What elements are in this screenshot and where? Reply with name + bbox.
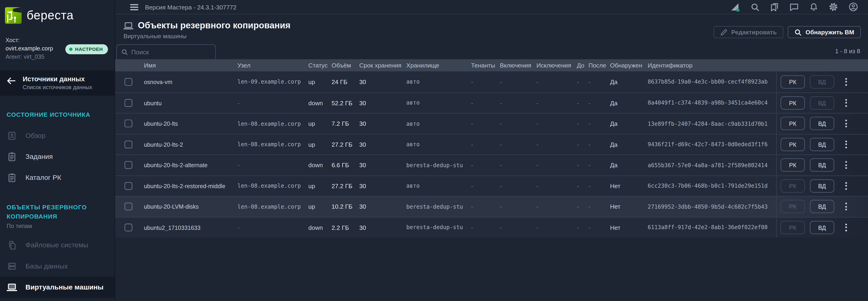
rk-button[interactable]: РК: [780, 117, 805, 130]
kebab-menu-icon[interactable]: [844, 118, 849, 129]
cell-after: -: [588, 224, 610, 231]
search-icon[interactable]: [750, 3, 759, 11]
cell-after: -: [588, 79, 610, 85]
cell-tenants: -: [471, 203, 500, 210]
sidebar-back-header[interactable]: Источники данных Список источников данны…: [0, 70, 115, 96]
bell-icon[interactable]: [809, 3, 818, 11]
rk-button[interactable]: РК: [780, 158, 805, 172]
table-row: ubuntu2_1710331633-down2.2 ГБ30beresta-d…: [115, 217, 868, 237]
cell-storage: beresta-dedup-stu: [406, 162, 471, 168]
cell-storage: beresta-dedup-stu: [406, 204, 471, 210]
checkbox-cell: [125, 99, 144, 107]
sidebar-item-каталог-рк[interactable]: Каталог РК: [0, 168, 115, 188]
rk-button[interactable]: РК: [780, 75, 805, 88]
cell-volume: 7.2 ГБ: [332, 120, 359, 127]
cell-identifier: 9436f21f-d69c-42c7-8473-0d0eded3f1f6: [648, 142, 776, 147]
brand: береста: [0, 0, 115, 24]
actions-cell: РКВД: [776, 93, 868, 113]
chat-icon[interactable]: [789, 3, 799, 11]
actions-cell: РКВД: [776, 134, 868, 154]
signal-triangle-icon[interactable]: [731, 3, 740, 11]
id-card-icon: [7, 131, 17, 141]
pagination-label: 1 - 8 из 8: [835, 48, 860, 54]
cell-before: -: [577, 120, 588, 127]
vd-button[interactable]: ВД: [810, 221, 834, 234]
cell-tenants: -: [471, 162, 500, 168]
clipboard-icon: [7, 152, 17, 162]
cell-status: down: [308, 224, 332, 231]
rk-button[interactable]: РК: [780, 96, 805, 110]
kebab-menu-icon[interactable]: [844, 139, 849, 150]
kebab-menu-icon[interactable]: [844, 180, 849, 191]
column-header-статус: Статус: [308, 62, 332, 69]
row-checkbox[interactable]: [125, 120, 132, 128]
rk-button[interactable]: РК: [780, 138, 805, 151]
search-input[interactable]: [131, 49, 211, 56]
cell-retention: 30: [359, 120, 406, 127]
row-checkbox[interactable]: [125, 161, 132, 169]
cell-retention: 30: [359, 162, 406, 168]
column-header-имя: Имя: [144, 62, 238, 69]
cell-discovered: Нет: [610, 224, 648, 231]
vd-button[interactable]: ВД: [810, 158, 834, 172]
sidebar-item-задания[interactable]: Задания: [0, 147, 115, 168]
cell-before: -: [577, 203, 588, 210]
search-box[interactable]: [116, 44, 216, 59]
cell-inclusions: -: [500, 141, 536, 148]
cell-inclusions: -: [500, 162, 536, 168]
topbar-icons: [731, 2, 858, 12]
cell-inclusions: -: [500, 183, 536, 189]
vd-button[interactable]: ВД: [810, 117, 834, 130]
cell-exclusions: -: [536, 120, 577, 127]
main-area: Версия Мастера - 24.3.1-307772: [115, 0, 868, 301]
kebab-menu-icon[interactable]: [844, 76, 849, 87]
cell-identifier: 27169952-3dbb-4850-9b5d-4c682c7f5b43: [648, 204, 776, 210]
row-checkbox[interactable]: [125, 99, 132, 107]
laptop-icon: [7, 282, 17, 293]
cell-storage: beresta-dedup-stu: [406, 224, 471, 230]
vd-button[interactable]: ВД: [810, 200, 834, 213]
sidebar-item-виртуальные-машины[interactable]: Виртуальные машины: [0, 277, 115, 298]
cell-before: -: [577, 99, 588, 106]
gear-icon[interactable]: [829, 2, 838, 12]
row-checkbox[interactable]: [125, 223, 132, 231]
discover-vm-button[interactable]: Обнаружить ВМ: [788, 26, 861, 38]
sidebar-item-label: Обзор: [26, 132, 45, 140]
kebab-menu-icon[interactable]: [844, 97, 849, 108]
nav-section-title: ОБЪЕКТЫ РЕЗЕРВНОГО КОПИРОВАНИЯ: [0, 203, 115, 222]
cell-storage: авто: [406, 120, 471, 126]
cell-volume: 6.6 ГБ: [332, 162, 359, 168]
table-row: osnova-vmlen-09.example.corpup24 ГБ30авт…: [115, 71, 868, 92]
cell-volume: 10.2 ГБ: [332, 203, 359, 210]
row-checkbox[interactable]: [125, 182, 132, 190]
cell-storage: авто: [406, 100, 471, 106]
cell-discovered: Нет: [610, 183, 648, 189]
back-arrow-icon[interactable]: [7, 78, 16, 84]
column-header-исключения: Исключения: [536, 62, 577, 69]
cell-node: -: [238, 99, 308, 106]
row-checkbox[interactable]: [125, 203, 132, 210]
vd-button: ВД: [810, 96, 834, 110]
sidebar: береста Хост: ovirt.example.corp Агент: …: [0, 0, 115, 301]
column-header-тенанты: Тенанты: [471, 62, 500, 69]
table-row: ubuntu-20-lts-2-restored-middlelen-08.ex…: [115, 175, 868, 196]
bookmarks-icon[interactable]: [770, 3, 779, 11]
clipboard-icon: [7, 173, 17, 183]
hamburger-menu-icon[interactable]: [130, 4, 138, 10]
row-checkbox[interactable]: [125, 141, 132, 148]
sidebar-item-базы-данных: Базы данных: [0, 256, 115, 277]
row-checkbox[interactable]: [125, 78, 132, 86]
table-row: ubuntu-20-lts-2len-08.example.corpup27.2…: [115, 133, 868, 154]
cell-after: -: [588, 120, 610, 127]
cell-node: len-08.example.corp: [238, 204, 308, 210]
kebab-menu-icon[interactable]: [844, 201, 849, 212]
back-title: Источники данных: [23, 74, 92, 84]
topbar: Версия Мастера - 24.3.1-307772: [115, 0, 868, 14]
vd-button[interactable]: ВД: [810, 179, 834, 192]
kebab-menu-icon[interactable]: [844, 159, 849, 171]
cell-exclusions: -: [536, 79, 577, 85]
vd-button[interactable]: ВД: [810, 138, 834, 151]
cell-storage: авто: [406, 142, 471, 147]
user-icon[interactable]: [849, 2, 858, 12]
kebab-menu-icon[interactable]: [844, 222, 849, 233]
